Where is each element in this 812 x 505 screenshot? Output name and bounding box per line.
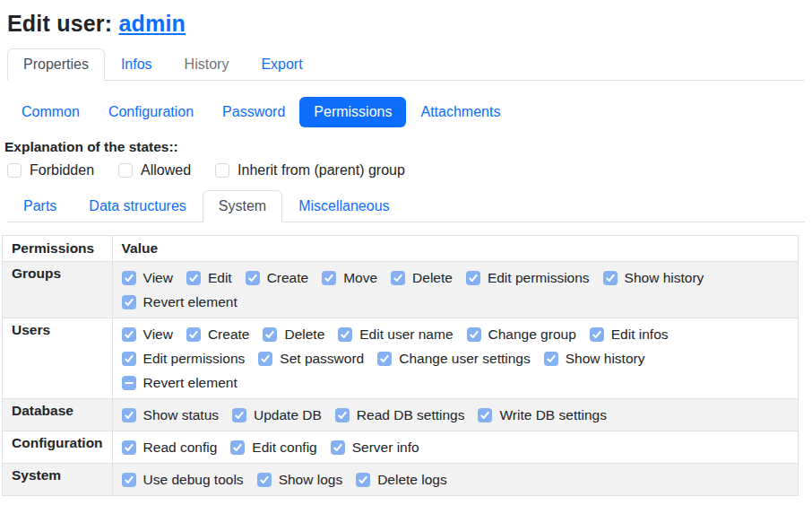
checkbox-checked-icon[interactable] xyxy=(230,440,245,455)
permission-configuration-server-info[interactable]: Server info xyxy=(331,440,419,456)
checkbox-checked-icon[interactable] xyxy=(122,352,136,366)
checkbox-unchecked-icon[interactable] xyxy=(118,163,133,178)
permission-label: View xyxy=(143,270,173,286)
permission-label: Read DB settings xyxy=(357,407,465,423)
checkbox-checked-icon[interactable] xyxy=(603,271,618,285)
state-option-label: Inherit from (parent) group xyxy=(238,162,405,178)
permission-groups-revert-element[interactable]: Revert element xyxy=(122,294,238,310)
permission-groups-move[interactable]: Move xyxy=(322,270,377,286)
checkbox-unchecked-icon[interactable] xyxy=(215,163,229,178)
permission-users-change-user-settings[interactable]: Change user settings xyxy=(377,351,530,367)
permission-users-edit-permissions[interactable]: Edit permissions xyxy=(122,351,246,367)
permission-label: Edit config xyxy=(252,440,316,456)
permission-label: Show history xyxy=(566,351,645,367)
permission-system-show-logs[interactable]: Show logs xyxy=(257,472,343,488)
permission-line: ViewEditCreateMoveDeleteEdit permissions… xyxy=(122,266,789,290)
permission-users-edit-infos[interactable]: Edit infos xyxy=(590,327,669,343)
checkbox-checked-icon[interactable] xyxy=(338,327,352,342)
permission-users-change-group[interactable]: Change group xyxy=(467,327,576,343)
permtab-miscellaneous[interactable]: Miscellaneous xyxy=(282,190,405,222)
state-option-forbidden[interactable]: Forbidden xyxy=(7,162,94,178)
checkbox-checked-icon[interactable] xyxy=(356,473,370,487)
checkbox-checked-icon[interactable] xyxy=(263,327,277,342)
tab-export[interactable]: Export xyxy=(245,48,318,81)
checkbox-checked-icon[interactable] xyxy=(466,271,480,285)
state-option-label: Forbidden xyxy=(30,162,94,178)
checkbox-checked-icon[interactable] xyxy=(590,327,604,342)
permission-system-use-debug-tools[interactable]: Use debug tools xyxy=(122,472,244,488)
tab-properties[interactable]: Properties xyxy=(7,48,105,81)
permission-category: System xyxy=(3,464,113,496)
checkbox-checked-icon[interactable] xyxy=(331,440,345,455)
tab-infos[interactable]: Infos xyxy=(105,48,168,81)
table-row-groups: GroupsViewEditCreateMoveDeleteEdit permi… xyxy=(3,262,799,318)
permtab-system[interactable]: System xyxy=(203,190,282,222)
permissions-table: Permissions Value GroupsViewEditCreateMo… xyxy=(2,235,799,496)
checkbox-checked-icon[interactable] xyxy=(258,352,272,366)
checkbox-checked-icon[interactable] xyxy=(122,271,136,285)
permission-users-delete[interactable]: Delete xyxy=(263,327,324,343)
username-link[interactable]: admin xyxy=(118,11,186,36)
checkbox-checked-icon[interactable] xyxy=(122,473,136,487)
checkbox-checked-icon[interactable] xyxy=(186,327,201,342)
checkbox-checked-icon[interactable] xyxy=(122,295,136,309)
checkbox-checked-icon[interactable] xyxy=(232,408,246,422)
permission-database-update-db[interactable]: Update DB xyxy=(232,407,322,423)
permission-groups-create[interactable]: Create xyxy=(246,270,309,286)
checkbox-unchecked-icon[interactable] xyxy=(7,163,22,178)
checkbox-checked-icon[interactable] xyxy=(257,473,272,487)
pill-password[interactable]: Password xyxy=(208,97,299,127)
checkbox-checked-icon[interactable] xyxy=(335,408,350,422)
pill-permissions[interactable]: Permissions xyxy=(299,97,406,127)
permission-label: Write DB settings xyxy=(499,407,606,423)
checkbox-checked-icon[interactable] xyxy=(391,271,405,285)
checkbox-checked-icon[interactable] xyxy=(122,408,136,422)
permission-label: Edit user name xyxy=(359,327,453,343)
permission-label: Change user settings xyxy=(399,351,530,367)
pill-attachments[interactable]: Attachments xyxy=(406,97,514,127)
permission-database-write-db-settings[interactable]: Write DB settings xyxy=(478,407,606,423)
permission-configuration-read-config[interactable]: Read config xyxy=(122,440,218,456)
pill-configuration[interactable]: Configuration xyxy=(94,97,208,127)
state-option-allowed[interactable]: Allowed xyxy=(118,162,191,178)
pill-common[interactable]: Common xyxy=(7,97,94,127)
permission-groups-view[interactable]: View xyxy=(122,270,173,286)
checkbox-checked-icon[interactable] xyxy=(478,408,492,422)
permission-groups-delete[interactable]: Delete xyxy=(391,270,453,286)
checkbox-checked-icon[interactable] xyxy=(544,352,558,366)
checkbox-checked-icon[interactable] xyxy=(186,271,201,285)
permission-groups-edit[interactable]: Edit xyxy=(186,270,232,286)
states-legend: Explanation of the states:: ForbiddenAll… xyxy=(4,139,812,178)
permission-users-set-password[interactable]: Set password xyxy=(258,351,364,367)
checkbox-indeterminate-icon[interactable] xyxy=(122,376,136,390)
permtab-parts[interactable]: Parts xyxy=(7,190,73,222)
permission-database-show-status[interactable]: Show status xyxy=(122,407,219,423)
permission-groups-show-history[interactable]: Show history xyxy=(603,270,704,286)
permission-system-delete-logs[interactable]: Delete logs xyxy=(356,472,447,488)
permission-users-create[interactable]: Create xyxy=(186,327,250,343)
table-row-configuration: ConfigurationRead configEdit configServe… xyxy=(3,431,799,464)
permission-users-show-history[interactable]: Show history xyxy=(544,351,645,367)
state-option-inherit-from-parent-group[interactable]: Inherit from (parent) group xyxy=(215,162,405,178)
checkbox-checked-icon[interactable] xyxy=(377,352,392,366)
table-row-database: DatabaseShow statusUpdate DBRead DB sett… xyxy=(3,399,799,431)
permtab-data-structures[interactable]: Data structures xyxy=(73,190,202,222)
permission-values-cell: ViewEditCreateMoveDeleteEdit permissions… xyxy=(112,262,798,318)
permission-configuration-edit-config[interactable]: Edit config xyxy=(230,440,316,456)
permission-label: Edit permissions xyxy=(143,351,246,367)
permission-values-cell: Use debug toolsShow logsDelete logs xyxy=(112,464,798,496)
permission-database-read-db-settings[interactable]: Read DB settings xyxy=(335,407,465,423)
checkbox-checked-icon[interactable] xyxy=(246,271,260,285)
permission-users-view[interactable]: View xyxy=(122,327,173,343)
permission-category: Groups xyxy=(3,262,113,318)
permission-category: Users xyxy=(3,318,113,399)
permission-groups-edit-permissions[interactable]: Edit permissions xyxy=(466,270,590,286)
checkbox-checked-icon[interactable] xyxy=(322,271,336,285)
tab-history[interactable]: History xyxy=(168,48,246,81)
checkbox-checked-icon[interactable] xyxy=(122,327,136,342)
table-row-system: SystemUse debug toolsShow logsDelete log… xyxy=(3,464,799,496)
checkbox-checked-icon[interactable] xyxy=(122,440,136,455)
permission-users-edit-user-name[interactable]: Edit user name xyxy=(338,327,453,343)
checkbox-checked-icon[interactable] xyxy=(467,327,481,342)
permission-users-revert-element[interactable]: Revert element xyxy=(122,375,238,391)
